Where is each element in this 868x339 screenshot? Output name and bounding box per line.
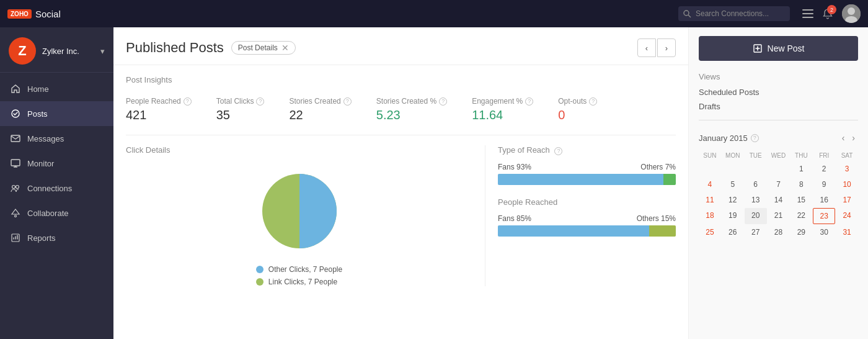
svg-point-11 (12, 186, 16, 189)
cal-day-6[interactable]: 6 (745, 177, 767, 192)
cal-day-10[interactable]: 10 (836, 177, 858, 192)
sidebar: Z Zylker Inc. ▾ Home (0, 27, 113, 339)
help-icon[interactable]: ? (184, 97, 192, 106)
calendar-nav: ‹ › (839, 132, 858, 144)
cal-day-11[interactable]: 11 (699, 192, 721, 207)
help-icon-4[interactable]: ? (439, 97, 447, 106)
cal-day-26[interactable]: 26 (722, 225, 744, 240)
legend-label-0: Other Clicks, 7 People (268, 265, 342, 274)
sidebar-item-monitor[interactable]: Monitor (0, 151, 113, 176)
chevron-down-icon: ▾ (100, 47, 105, 56)
zoho-logo: ZOHO Social (7, 9, 61, 19)
insight-label-total-clicks: Total Clicks ? (216, 97, 265, 106)
next-button[interactable]: › (657, 38, 676, 57)
pie-wrap: Other Clicks, 7 People Link Clicks, 7 Pe… (126, 165, 472, 286)
calendar: January 2015 ? ‹ › SUN MON TUE WED THU F… (699, 132, 858, 240)
cal-day-23[interactable]: 23 (813, 208, 835, 224)
cal-day-29[interactable]: 29 (790, 225, 812, 240)
cal-day-18[interactable]: 18 (699, 208, 721, 224)
calendar-title: January 2015 ? (699, 133, 759, 143)
sidebar-item-label-posts: Posts (27, 109, 48, 119)
cal-day-1[interactable]: 1 (790, 161, 812, 176)
help-icon-6[interactable]: ? (589, 97, 597, 106)
cal-day-9[interactable]: 9 (813, 177, 835, 192)
insight-value-people-reached: 421 (126, 108, 192, 122)
drafts-link[interactable]: Drafts (699, 102, 858, 111)
views-links: Scheduled Posts Drafts (699, 88, 858, 120)
sidebar-item-label-reports: Reports (27, 233, 56, 243)
sidebar-item-messages[interactable]: Messages (0, 126, 113, 151)
new-post-icon (753, 43, 763, 53)
cal-day-21[interactable]: 21 (768, 208, 790, 224)
cal-day-7[interactable]: 7 (768, 177, 790, 192)
insight-engagement-pct: Engagement % ? 11.64 (472, 97, 533, 122)
sidebar-item-connections[interactable]: Connections (0, 176, 113, 201)
sidebar-item-posts[interactable]: Posts (0, 101, 113, 126)
cal-day-27[interactable]: 27 (745, 225, 767, 240)
cal-header-sat: SAT (836, 150, 858, 161)
click-details-title: Click Details (126, 145, 472, 155)
cal-day-4[interactable]: 4 (699, 177, 721, 192)
people-reached-section: People Reached Fans 85% Others 15% (498, 197, 676, 237)
search-input[interactable] (678, 6, 790, 21)
prev-button[interactable]: ‹ (637, 38, 656, 57)
scheduled-posts-link[interactable]: Scheduled Posts (699, 88, 858, 97)
cal-day-13[interactable]: 13 (745, 192, 767, 207)
zoho-badge: ZOHO (7, 9, 32, 19)
cal-day-30[interactable]: 30 (813, 225, 835, 240)
people-reached-title: People Reached (498, 197, 676, 207)
page-title: Published Posts (126, 40, 224, 56)
calendar-next-button[interactable]: › (849, 132, 858, 144)
help-icon-2[interactable]: ? (256, 97, 264, 106)
sidebar-item-label-connections: Connections (27, 184, 72, 193)
type-of-reach-title: Type of Reach ? (498, 145, 676, 155)
sidebar-item-label-collaborate: Collaborate (27, 209, 69, 218)
cal-day-19[interactable]: 19 (722, 208, 744, 224)
legend-item-1: Link Clicks, 7 People (256, 278, 342, 286)
tag-close-button[interactable]: ✕ (281, 43, 289, 52)
help-icon-5[interactable]: ? (525, 97, 533, 106)
cal-header-mon: MON (722, 150, 744, 161)
sidebar-item-home[interactable]: Home (0, 76, 113, 101)
new-post-button[interactable]: New Post (699, 36, 858, 61)
type-of-reach-section: Type of Reach ? Fans 93% Others 7% (498, 145, 676, 185)
cal-day-16[interactable]: 16 (813, 192, 835, 207)
tag-label: Post Details (238, 43, 278, 52)
sidebar-profile[interactable]: Z Zylker Inc. ▾ (0, 27, 113, 73)
views-title: Views (699, 72, 858, 81)
notification-button[interactable]: 2 (822, 8, 833, 19)
insight-value-opt-outs: 0 (558, 108, 597, 122)
calendar-help-icon[interactable]: ? (751, 134, 759, 142)
insight-value-stories-pct: 5.23 (376, 108, 447, 122)
calendar-prev-button[interactable]: ‹ (839, 132, 848, 144)
calendar-grid: SUN MON TUE WED THU FRI SAT 1 2 3 4 5 6 (699, 150, 858, 240)
svg-rect-2 (802, 9, 813, 11)
cal-day-3[interactable]: 3 (836, 161, 858, 176)
sidebar-item-collaborate[interactable]: Collaborate (0, 201, 113, 225)
cal-day-31[interactable]: 31 (836, 225, 858, 240)
menu-button[interactable] (802, 9, 813, 18)
help-icon-3[interactable]: ? (343, 97, 352, 106)
cal-day-12[interactable]: 12 (722, 192, 744, 207)
cal-day-14[interactable]: 14 (768, 192, 790, 207)
sidebar-item-label-monitor: Monitor (27, 159, 54, 168)
cal-day-15[interactable]: 15 (790, 192, 812, 207)
cal-header-tue: TUE (745, 150, 767, 161)
cal-day-5[interactable]: 5 (722, 177, 744, 192)
sidebar-item-reports[interactable]: Reports (0, 225, 113, 250)
reports-icon (10, 232, 21, 243)
cal-day-17[interactable]: 17 (836, 192, 858, 207)
cal-day-24[interactable]: 24 (836, 208, 858, 224)
user-avatar[interactable] (842, 4, 861, 23)
cal-day-20[interactable]: 20 (745, 208, 767, 224)
cal-day-22[interactable]: 22 (790, 208, 812, 224)
people-reach-bar-others (649, 225, 676, 237)
cal-day-28[interactable]: 28 (768, 225, 790, 240)
app-title: Social (35, 9, 61, 19)
cal-day-25[interactable]: 25 (699, 225, 721, 240)
type-reach-help-icon[interactable]: ? (554, 147, 562, 155)
svg-point-6 (848, 7, 855, 15)
cal-day-8[interactable]: 8 (790, 177, 812, 192)
svg-rect-4 (802, 17, 813, 18)
cal-day-2[interactable]: 2 (813, 161, 835, 176)
